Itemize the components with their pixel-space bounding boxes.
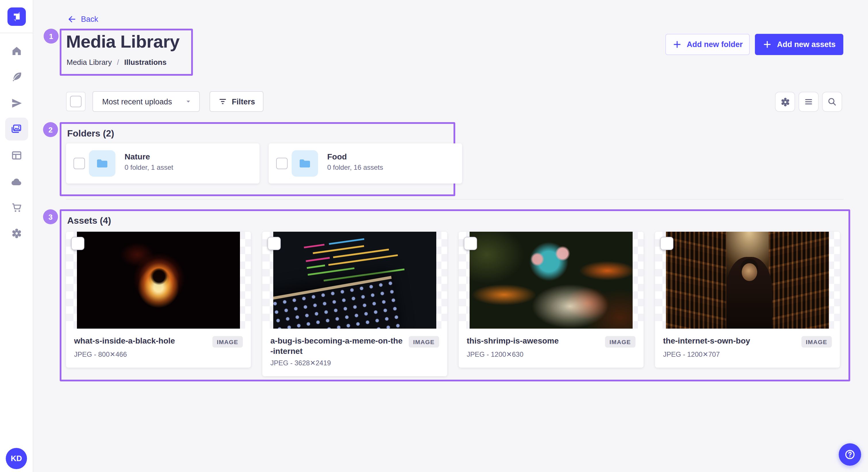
- strapi-admin-app: KD Back Media Library Media Library / Il…: [0, 0, 868, 472]
- folder-meta: 0 folder, 16 assets: [327, 164, 383, 171]
- search-icon: [827, 97, 837, 107]
- page-title: Media Library: [66, 32, 179, 52]
- help-button[interactable]: [839, 443, 861, 466]
- breadcrumb-parent[interactable]: Media Library: [67, 58, 112, 67]
- feather-icon: [5, 66, 28, 89]
- gear-icon: [780, 97, 790, 107]
- cart-icon: [5, 196, 28, 219]
- list-view-button[interactable]: [799, 92, 818, 112]
- folder-card-food[interactable]: Food 0 folder, 16 assets: [269, 143, 462, 183]
- cloud-icon: [5, 170, 28, 193]
- plus-icon: [763, 40, 772, 49]
- toolbar-view-options: [775, 92, 842, 112]
- annotation-badge-1: 1: [43, 29, 59, 43]
- sidebar-item-marketplace[interactable]: [0, 194, 33, 221]
- home-icon: [5, 40, 28, 63]
- sidebar-item-settings[interactable]: [0, 221, 33, 247]
- asset-thumbnail: [66, 232, 251, 329]
- header-actions: Add new folder Add new assets: [665, 34, 843, 55]
- folder-icon: [291, 150, 318, 177]
- sort-value: Most recent uploads: [102, 97, 172, 106]
- annotation-badge-2: 2: [43, 122, 58, 137]
- asset-thumbnail: [262, 232, 447, 329]
- strapi-logo[interactable]: [0, 0, 33, 33]
- back-link[interactable]: Back: [67, 14, 98, 24]
- asset-type-badge: IMAGE: [408, 336, 439, 347]
- search-button[interactable]: [822, 92, 842, 112]
- asset-name: this-shrimp-is-awesome: [467, 336, 599, 346]
- section-divider: [66, 199, 843, 200]
- sidebar-item-cloud[interactable]: [0, 168, 33, 194]
- chevron-down-icon: [185, 98, 192, 105]
- asset-checkbox[interactable]: [268, 237, 281, 250]
- folder-card-nature[interactable]: Nature 0 folder, 1 asset: [66, 143, 259, 183]
- asset-checkbox[interactable]: [71, 237, 84, 250]
- filter-icon: [218, 97, 227, 106]
- checkbox: [70, 96, 82, 107]
- asset-card[interactable]: the-internet-s-own-boy IMAGE JPEG - 1200…: [655, 232, 840, 368]
- avatar-initials: KD: [11, 454, 22, 463]
- asset-meta: JPEG - 800✕466: [74, 350, 243, 359]
- folder-name[interactable]: Nature: [125, 152, 173, 161]
- folder-checkbox[interactable]: [73, 158, 85, 169]
- asset-thumbnail: [655, 232, 840, 329]
- gear-icon: [5, 222, 28, 245]
- sidebar-item-content-builder[interactable]: [0, 64, 33, 90]
- add-new-assets-button[interactable]: Add new assets: [755, 34, 843, 55]
- asset-card[interactable]: what-s-inside-a-black-hole IMAGE JPEG - …: [66, 232, 251, 368]
- black-hole-photo: [77, 232, 240, 329]
- folder-meta: 0 folder, 1 asset: [125, 164, 173, 171]
- asset-type-badge: IMAGE: [801, 336, 832, 347]
- plus-icon: [673, 40, 682, 49]
- toolbar: Most recent uploads Filters: [66, 91, 264, 112]
- add-folder-label: Add new folder: [687, 40, 743, 49]
- asset-meta: JPEG - 1200✕707: [663, 350, 832, 359]
- select-all-checkbox[interactable]: [66, 92, 86, 111]
- folder-icon: [89, 150, 115, 177]
- asset-card[interactable]: a-bug-is-becoming-a-meme-on-the-internet…: [262, 232, 447, 376]
- question-mark-icon: [844, 448, 856, 461]
- sidebar-nav: [0, 38, 33, 247]
- layout-icon: [5, 144, 28, 167]
- breadcrumb-separator: /: [117, 58, 119, 67]
- breadcrumb: Media Library / Illustrations: [67, 58, 166, 67]
- asset-name: a-bug-is-becoming-a-meme-on-the-internet: [270, 336, 403, 356]
- strapi-logo-icon: [7, 7, 26, 26]
- asset-meta: JPEG - 3628✕2419: [270, 359, 439, 367]
- sidebar-item-content-manager[interactable]: [0, 142, 33, 168]
- filters-label: Filters: [231, 97, 255, 106]
- folder-name[interactable]: Food: [327, 152, 383, 161]
- media-library-icon: [5, 118, 28, 141]
- sidebar-item-releases[interactable]: [0, 90, 33, 116]
- sidebar-item-home[interactable]: [0, 38, 33, 64]
- asset-type-badge: IMAGE: [212, 336, 243, 347]
- back-label: Back: [81, 15, 98, 24]
- add-new-folder-button[interactable]: Add new folder: [665, 34, 750, 55]
- asset-type-badge: IMAGE: [605, 336, 636, 347]
- list-icon: [804, 97, 813, 107]
- sidebar-item-media-library[interactable]: [0, 116, 33, 142]
- filters-button[interactable]: Filters: [210, 91, 264, 112]
- assets-heading: Assets (4): [67, 216, 111, 226]
- user-avatar[interactable]: KD: [6, 448, 27, 469]
- asset-card[interactable]: this-shrimp-is-awesome IMAGE JPEG - 1200…: [459, 232, 644, 368]
- asset-meta: JPEG - 1200✕630: [467, 350, 636, 359]
- folders-heading: Folders (2): [67, 129, 114, 139]
- code-laptop-photo: [273, 232, 436, 329]
- back-arrow-icon: [67, 14, 76, 24]
- folder-checkbox[interactable]: [276, 158, 288, 169]
- asset-name: the-internet-s-own-boy: [663, 336, 795, 346]
- add-assets-label: Add new assets: [777, 40, 836, 49]
- sidebar: KD: [0, 0, 33, 472]
- annotation-badge-3: 3: [43, 209, 58, 224]
- paper-plane-icon: [5, 92, 28, 115]
- asset-name: what-s-inside-a-black-hole: [74, 336, 206, 346]
- breadcrumb-current: Illustrations: [124, 58, 166, 67]
- settings-button[interactable]: [775, 92, 795, 112]
- library-portrait-photo: [666, 232, 829, 329]
- asset-thumbnail: [459, 232, 644, 329]
- asset-checkbox[interactable]: [660, 237, 673, 250]
- sort-dropdown[interactable]: Most recent uploads: [92, 91, 200, 112]
- asset-checkbox[interactable]: [464, 237, 477, 250]
- mantis-shrimp-photo: [470, 232, 632, 329]
